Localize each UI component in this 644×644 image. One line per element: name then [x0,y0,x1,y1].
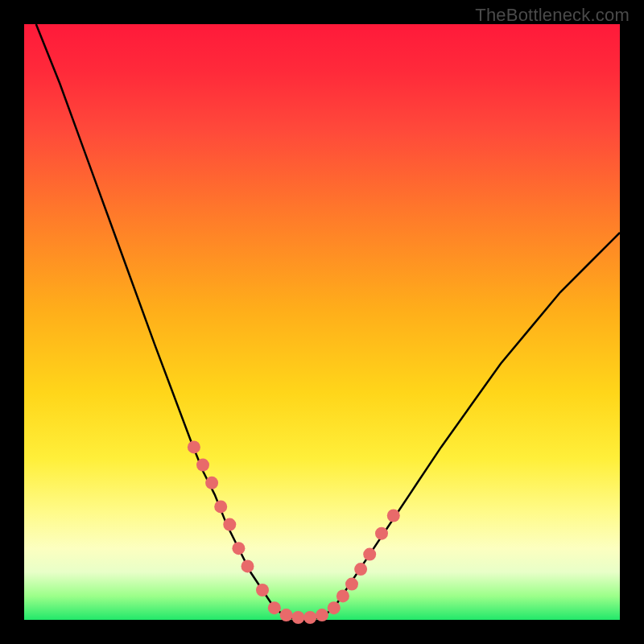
marker-point [196,459,209,472]
marker-point [188,440,200,453]
marker-point [328,601,341,614]
chart-container: TheBottleneck.com [0,0,644,644]
chart-svg [24,24,620,620]
marker-group [188,440,400,624]
marker-point [363,548,376,561]
marker-point [268,601,281,614]
marker-point [291,611,304,624]
marker-point [336,589,349,602]
marker-point [223,518,236,531]
marker-point [232,542,245,555]
marker-point [316,609,328,621]
marker-point [280,609,293,621]
marker-point [205,477,218,489]
marker-point [375,527,388,540]
bottleneck-curve [36,24,620,620]
marker-point [242,559,254,572]
marker-point [256,584,269,597]
marker-point [214,500,227,513]
marker-point [387,510,400,522]
watermark-text: TheBottleneck.com [475,5,630,26]
marker-point [303,611,316,624]
marker-point [345,578,358,591]
marker-point [354,563,367,576]
plot-area [24,24,620,620]
